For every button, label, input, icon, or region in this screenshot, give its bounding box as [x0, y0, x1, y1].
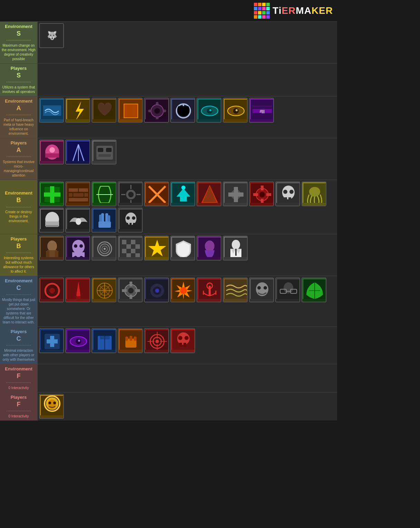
svg-point-175	[79, 244, 83, 248]
operator-icon-op-medic-blue[interactable]	[39, 328, 64, 353]
operator-icon-op-gold-eye[interactable]	[223, 98, 248, 123]
operator-icon-op-pink-helm[interactable]	[39, 140, 64, 164]
svg-point-158	[126, 216, 130, 220]
svg-rect-29	[171, 119, 195, 123]
operator-icon-op-dark-gear[interactable]	[144, 98, 169, 123]
svg-rect-153	[98, 221, 111, 228]
svg-rect-136	[302, 203, 326, 206]
operator-icon-op-suit-white[interactable]	[223, 236, 248, 261]
tier-content-players-c	[37, 327, 337, 364]
operator-icon-op-brown-wall[interactable]	[65, 181, 90, 206]
operator-icon-op-squid[interactable]	[302, 181, 326, 206]
svg-point-174	[74, 244, 77, 248]
operator-icon-op-dark-sun[interactable]	[118, 181, 143, 206]
operator-icon-Jackal/Wolf op[interactable]: 🐺	[39, 23, 64, 48]
svg-point-22	[148, 110, 151, 112]
operator-icon-op-eye-purple[interactable]	[65, 328, 90, 353]
tier-content-env-c	[37, 276, 337, 327]
operator-icon-op-power[interactable]	[170, 98, 195, 123]
tier-type: Environment	[5, 98, 32, 104]
svg-rect-324	[171, 350, 195, 353]
svg-rect-160	[126, 223, 128, 226]
operator-icon-op-lion-gold[interactable]	[39, 394, 64, 419]
operator-icon-op-waves-tan[interactable]	[223, 277, 248, 302]
tier-label-players-b: PlayersB------------------Interesting sy…	[0, 234, 37, 276]
operator-icon-op-teal-bird[interactable]	[170, 181, 195, 206]
operator-icon-op-fist-orange[interactable]	[118, 328, 143, 353]
svg-point-173	[72, 240, 85, 254]
tier-content-players-f	[37, 393, 337, 421]
operator-icon-op-blue-blades[interactable]	[65, 140, 90, 164]
operator-icon-op-shadow-purple[interactable]	[197, 236, 221, 261]
operator-icon-op-skull[interactable]	[275, 181, 300, 206]
operator-icon-op-green-bow[interactable]	[92, 181, 116, 206]
operator-icon-op-helm-white[interactable]	[39, 208, 64, 233]
operator-icon-op-purple-bar[interactable]: //|||	[249, 98, 274, 123]
svg-rect-189	[135, 244, 140, 249]
operator-icon-op-soldier-brown[interactable]	[39, 236, 64, 261]
operator-icon-op-heart-dark[interactable]	[92, 98, 116, 123]
operator-icon-op-anchor-red[interactable]	[197, 277, 221, 302]
svg-rect-59	[66, 161, 90, 164]
operator-icon-op-knife-red[interactable]	[65, 277, 90, 302]
svg-rect-183	[92, 257, 116, 261]
operator-icon-op-gear-gray[interactable]	[118, 277, 143, 302]
svg-point-204	[205, 241, 214, 252]
svg-rect-198	[145, 257, 169, 261]
tier-divider: ------------------	[6, 113, 31, 117]
operator-icon-op-gray-mask[interactable]	[92, 140, 116, 164]
svg-rect-122	[253, 193, 258, 196]
operator-icon-op-spiral-gray[interactable]	[92, 236, 116, 261]
operator-icon-op-leaf-green[interactable]	[302, 277, 326, 302]
svg-point-267	[257, 286, 261, 290]
svg-point-104	[181, 186, 185, 190]
operator-icon-op-circle-dark[interactable]	[144, 277, 169, 302]
svg-rect-123	[266, 193, 271, 196]
operator-icon-op-orange-sq[interactable]	[118, 98, 143, 123]
tier-grade: B	[17, 196, 21, 204]
operator-icon-op-star-gold[interactable]	[144, 236, 169, 261]
svg-rect-120	[261, 186, 264, 190]
svg-rect-132	[276, 203, 300, 206]
operator-icon-op-burst-orange[interactable]	[170, 277, 195, 302]
operator-icon-op-red-ring[interactable]	[39, 277, 64, 302]
tier-grade: A	[17, 104, 21, 112]
tier-description: Interesting systems but without much all…	[1, 256, 36, 274]
operator-icon-op-orange-blade[interactable]	[197, 181, 221, 206]
operator-icon-op-teal-eye[interactable]	[197, 98, 221, 123]
operator-icon-op-blue-wave[interactable]	[39, 98, 64, 123]
svg-point-237	[128, 288, 134, 293]
svg-point-91	[128, 192, 134, 197]
operator-icon-op-checker[interactable]	[118, 236, 143, 261]
operator-icon-op-glasses-dark[interactable]	[275, 277, 300, 302]
operator-icon-op-skull-2[interactable]	[118, 208, 143, 233]
svg-rect-77	[69, 198, 88, 201]
tier-row-players-c: PlayersC------------------Minimal intera…	[0, 327, 337, 364]
operator-icon-op-vest-blue[interactable]	[92, 328, 116, 353]
tier-type: Environment	[5, 366, 32, 372]
tier-divider: ------------------	[6, 343, 31, 348]
operator-icon-op-skull-red[interactable]	[170, 328, 195, 353]
operator-icon-op-wings-gray[interactable]	[65, 208, 90, 233]
tier-grade: F	[17, 400, 21, 408]
operator-icon-op-hand-blue[interactable]	[92, 208, 116, 233]
tier-description: Create or destroy things in the environm…	[1, 210, 36, 223]
svg-rect-87	[92, 203, 116, 206]
operator-icon-op-lightning[interactable]	[65, 98, 90, 123]
operator-icon-op-web-gold[interactable]	[92, 277, 116, 302]
operator-icon-op-gray-cross[interactable]	[223, 181, 248, 206]
svg-rect-170	[40, 257, 64, 261]
svg-point-129	[289, 190, 294, 194]
operator-icon-op-red-gear[interactable]	[249, 181, 274, 206]
operator-icon-op-orange-x[interactable]	[144, 181, 169, 206]
operator-icon-op-green-cross[interactable]	[39, 181, 64, 206]
svg-point-34	[209, 109, 211, 111]
operator-icon-op-target-red[interactable]	[144, 328, 169, 353]
operator-icon-op-face-gray[interactable]	[249, 277, 274, 302]
svg-point-330	[48, 402, 51, 404]
svg-rect-110	[197, 203, 221, 206]
operator-icon-op-ghost-purple[interactable]	[65, 236, 90, 261]
operator-icon-op-shield-white[interactable]	[170, 236, 195, 261]
tier-row-env-b: EnvironmentB------------------Create or …	[0, 180, 337, 234]
svg-point-331	[53, 402, 56, 404]
